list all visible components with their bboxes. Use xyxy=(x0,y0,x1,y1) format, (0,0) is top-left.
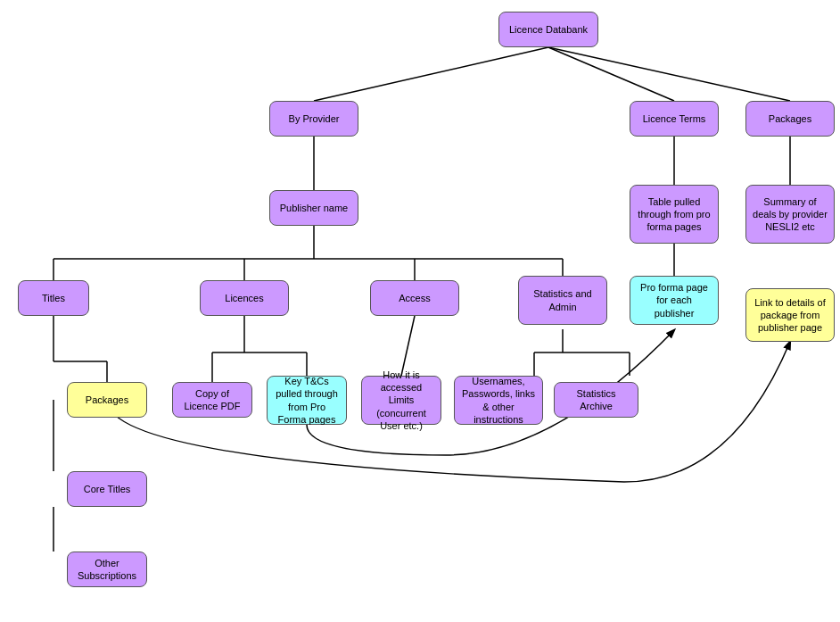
node-how-accessed: How it is accessed Limits (concurrent Us… xyxy=(361,376,441,425)
node-stats-archive: Statistics Archive xyxy=(554,382,638,418)
node-licences: Licences xyxy=(200,280,289,316)
node-stats-admin: Statistics and Admin xyxy=(518,276,607,325)
node-licence-terms: Licence Terms xyxy=(630,101,719,137)
node-other-subs: Other Subscriptions xyxy=(67,552,147,587)
diagram-container: Licence Databank By Provider Licence Ter… xyxy=(0,0,840,622)
node-pro-forma: Pro forma page for each publisher xyxy=(630,276,719,325)
svg-line-0 xyxy=(314,47,548,101)
node-by-provider: By Provider xyxy=(269,101,358,137)
node-core-titles: Core Titles xyxy=(67,471,147,507)
svg-line-1 xyxy=(548,47,674,101)
node-packages-left: Packages xyxy=(67,382,147,418)
node-publisher-name: Publisher name xyxy=(269,190,358,226)
node-titles: Titles xyxy=(18,280,89,316)
node-table-pulled: Table pulled through from pro forma page… xyxy=(630,185,719,244)
node-access: Access xyxy=(370,280,459,316)
svg-line-22 xyxy=(401,316,415,376)
node-packages-top: Packages xyxy=(745,101,835,137)
node-summary-deals: Summary of deals by provider NESLI2 etc xyxy=(745,185,835,244)
node-licence-databank: Licence Databank xyxy=(498,12,598,47)
svg-line-2 xyxy=(548,47,790,101)
node-link-details: Link to details of package from publishe… xyxy=(745,288,835,342)
node-copy-licence: Copy of Licence PDF xyxy=(172,382,252,418)
node-usernames: Usernames, Passwords, links & other inst… xyxy=(454,376,543,425)
node-key-tacs: Key T&Cs pulled through from Pro Forma p… xyxy=(267,376,347,425)
